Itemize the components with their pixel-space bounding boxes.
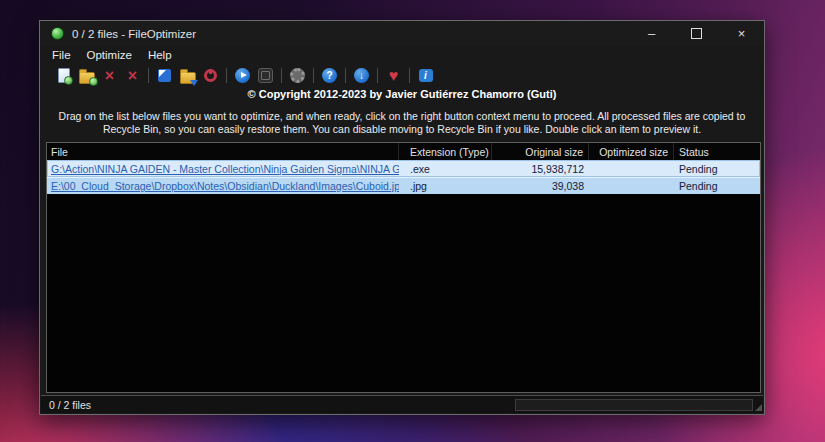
file-cell: G:\Action\NINJA GAIDEN - Master Collecti… — [47, 160, 399, 177]
heart-icon: ♥ — [389, 68, 399, 84]
file-list[interactable]: File Extension (Type) Original size Opti… — [46, 142, 761, 393]
list-header: File Extension (Type) Original size Opti… — [47, 143, 760, 160]
status-text: 0 / 2 files — [49, 399, 91, 411]
column-header-optimized-size[interactable]: Optimized size — [589, 143, 674, 160]
toolbar-separator — [313, 68, 314, 83]
status-bar: 0 / 2 files — [41, 395, 763, 413]
menu-bar: File Optimize Help — [40, 46, 764, 63]
resize-grip[interactable] — [755, 404, 762, 411]
power-icon — [204, 69, 217, 82]
original-size-cell: 39,038 — [492, 178, 589, 194]
toolbar: × × — [40, 63, 764, 88]
options-button[interactable] — [286, 65, 309, 86]
add-folder-button[interactable] — [75, 65, 98, 86]
instructions-text: Drag on the list below files you want to… — [40, 110, 764, 136]
about-icon: i — [419, 69, 433, 82]
file-link[interactable]: E:\00_Cloud_Storage\Dropbox\Notes\Obsidi… — [51, 180, 399, 192]
toolbar-separator — [377, 68, 378, 83]
original-size-cell: 15,938,712 — [492, 160, 589, 177]
arrow-badge-icon — [190, 80, 198, 86]
column-header-status[interactable]: Status — [674, 143, 760, 160]
remove-entry-button[interactable]: × — [98, 65, 121, 86]
update-button[interactable]: ↓ — [350, 65, 373, 86]
optimized-size-cell — [589, 178, 674, 194]
add-files-icon — [58, 68, 70, 83]
window-controls: – × — [629, 21, 764, 46]
toolbar-separator — [226, 68, 227, 83]
menu-help[interactable]: Help — [140, 49, 180, 61]
gear-icon — [290, 68, 305, 83]
toolbar-separator — [409, 68, 410, 83]
clear-list-icon: × — [128, 67, 137, 85]
table-row[interactable]: G:\Action\NINJA GAIDEN - Master Collecti… — [47, 160, 760, 177]
copyright-text: © Copyright 2012-2023 by Javier Gutiérre… — [40, 88, 764, 102]
table-row[interactable]: E:\00_Cloud_Storage\Dropbox\Notes\Obsidi… — [47, 177, 760, 194]
menu-file[interactable]: File — [44, 49, 79, 61]
maximize-icon — [691, 28, 702, 39]
file-link[interactable]: G:\Action\NINJA GAIDEN - Master Collecti… — [51, 163, 399, 175]
help-button[interactable]: ? — [318, 65, 341, 86]
title-bar[interactable]: 0 / 2 files - FileOptimizer – × — [40, 21, 764, 46]
help-icon: ? — [322, 68, 337, 83]
file-cell: E:\00_Cloud_Storage\Dropbox\Notes\Obsidi… — [47, 178, 399, 194]
close-button[interactable]: × — [719, 21, 764, 46]
toolbar-separator — [281, 68, 282, 83]
plus-badge-icon — [64, 76, 73, 85]
progress-bar — [515, 399, 753, 411]
menu-optimize[interactable]: Optimize — [79, 49, 140, 61]
paste-icon — [158, 69, 171, 82]
open-folder-icon — [180, 72, 196, 84]
toolbar-separator — [148, 68, 149, 83]
fileoptimizer-window: 0 / 2 files - FileOptimizer – × File Opt… — [39, 20, 765, 415]
open-folder-button[interactable] — [176, 65, 199, 86]
status-cell: Pending — [674, 160, 760, 177]
maximize-button[interactable] — [674, 21, 719, 46]
app-icon — [51, 27, 64, 40]
optimized-size-cell — [589, 160, 674, 177]
extension-cell: .jpg — [399, 178, 492, 194]
abort-button[interactable] — [199, 65, 222, 86]
column-header-original-size[interactable]: Original size — [492, 143, 589, 160]
add-folder-icon — [79, 72, 95, 84]
toolbar-separator — [345, 68, 346, 83]
extension-cell: .exe — [399, 160, 492, 177]
update-icon: ↓ — [354, 68, 369, 83]
donate-button[interactable]: ♥ — [382, 65, 405, 86]
status-cell: Pending — [674, 178, 760, 194]
optimize-button[interactable] — [231, 65, 254, 86]
paste-button[interactable] — [153, 65, 176, 86]
add-files-button[interactable] — [52, 65, 75, 86]
play-icon — [235, 68, 250, 83]
column-header-extension[interactable]: Extension (Type) — [399, 143, 492, 160]
desktop-background: 0 / 2 files - FileOptimizer – × File Opt… — [0, 0, 825, 442]
about-button[interactable]: i — [414, 65, 437, 86]
stop-icon — [258, 68, 273, 83]
window-title: 0 / 2 files - FileOptimizer — [72, 28, 196, 40]
minimize-button[interactable]: – — [629, 21, 674, 46]
clear-list-button[interactable]: × — [121, 65, 144, 86]
plus-badge-icon — [89, 77, 98, 86]
column-header-file[interactable]: File — [47, 143, 399, 160]
stop-button[interactable] — [254, 65, 277, 86]
remove-entry-icon: × — [105, 67, 114, 85]
